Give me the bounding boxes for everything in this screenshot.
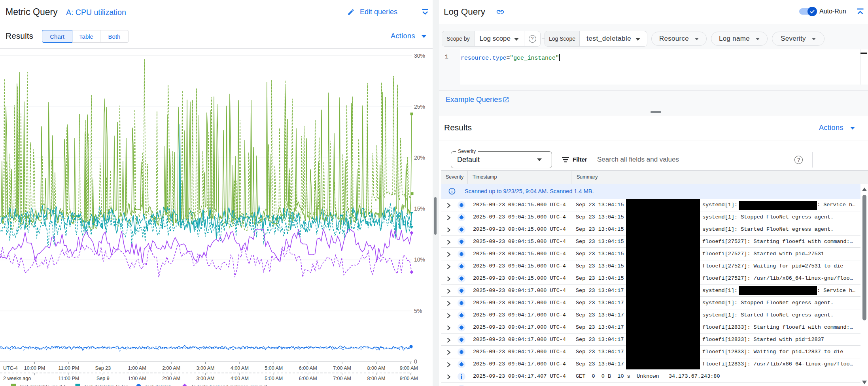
svg-text:4:00 AM: 4:00 AM	[231, 376, 249, 381]
svg-text:2 weeks ago: 2 weeks ago	[3, 376, 31, 381]
svg-text:30%: 30%	[414, 53, 425, 59]
svg-text:1:00 AM: 1:00 AM	[128, 365, 146, 371]
svg-text:10:00 PM: 10:00 PM	[24, 365, 45, 371]
svg-text:6:00 AM: 6:00 AM	[299, 365, 317, 371]
svg-text:11:00 PM: 11:00 PM	[59, 376, 79, 381]
svg-text:7:00 AM: 7:00 AM	[333, 376, 351, 381]
svg-text:0: 0	[414, 358, 417, 365]
svg-text:Sep 23: Sep 23	[95, 365, 111, 371]
svg-text:UTC-4: UTC-4	[3, 365, 18, 371]
svg-text:11:00 PM: 11:00 PM	[59, 365, 79, 371]
svg-text:9:00 AM: 9:00 AM	[400, 376, 418, 381]
svg-text:10%: 10%	[414, 256, 425, 263]
svg-text:7:00 AM: 7:00 AM	[333, 365, 351, 371]
svg-text:te-tests-backend-instance-grou: te-tests-backend-instance-group-2	[192, 384, 267, 386]
svg-text:25%: 25%	[414, 104, 425, 110]
svg-text:3:00 AM: 3:00 AM	[197, 376, 215, 381]
svg-text:2:00 AM: 2:00 AM	[162, 376, 180, 381]
svg-text:2:00 AM: 2:00 AM	[162, 365, 180, 371]
svg-text:5:00 AM: 5:00 AM	[265, 365, 283, 371]
svg-text:15%: 15%	[414, 205, 425, 212]
svg-text:1:00 AM: 1:00 AM	[128, 376, 146, 381]
svg-text:4:00 AM: 4:00 AM	[231, 365, 249, 371]
svg-text:5%: 5%	[414, 308, 422, 314]
svg-text:test-deletable-ins-2-t: test-deletable-ins-2-t	[20, 384, 65, 386]
svg-text:8:00 AM: 8:00 AM	[367, 365, 386, 371]
svg-text:3:00 AM: 3:00 AM	[197, 365, 215, 371]
svg-text:Sep 9: Sep 9	[96, 376, 110, 381]
svg-text:test-deletable-te-tes: test-deletable-te-tes	[85, 384, 128, 386]
svg-text:5:00 AM: 5:00 AM	[265, 376, 283, 381]
svg-text:test-deletab: test-deletab	[146, 384, 171, 386]
svg-text:6:00 AM: 6:00 AM	[299, 376, 317, 381]
svg-text:8:00 AM: 8:00 AM	[367, 376, 386, 381]
svg-text:9:00 AM: 9:00 AM	[400, 365, 418, 371]
svg-text:20%: 20%	[414, 154, 425, 161]
